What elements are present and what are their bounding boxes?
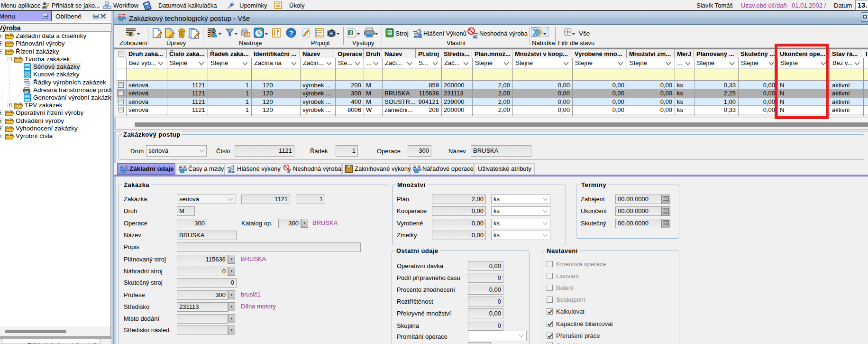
- svg-text:?: ?: [289, 29, 293, 37]
- svg-text:X: X: [349, 30, 353, 36]
